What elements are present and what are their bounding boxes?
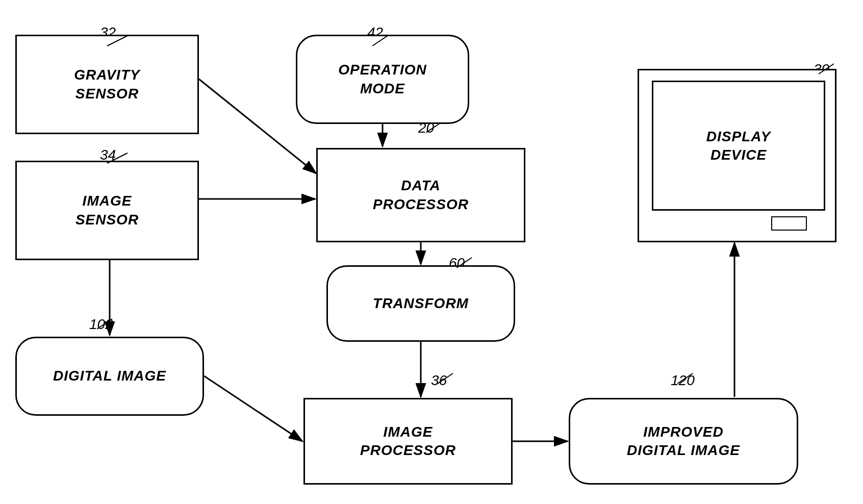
- transform-box: TRANSFORM: [326, 265, 515, 342]
- improved-digital-image-box: IMPROVEDDIGITAL IMAGE: [569, 398, 798, 485]
- display-device-label: DISPLAYDEVICE: [706, 128, 771, 162]
- gravity-sensor-box: GRAVITYSENSOR: [15, 35, 199, 134]
- display-device-outer: DISPLAYDEVICE: [638, 69, 836, 242]
- arrow-digimg-to-imgproc: [204, 376, 302, 441]
- display-device-screen: DISPLAYDEVICE: [652, 81, 825, 211]
- image-sensor-box: IMAGESENSOR: [15, 161, 199, 260]
- display-device-button: [771, 216, 807, 231]
- data-processor-box: DATAPROCESSOR: [316, 148, 525, 242]
- diagram-container: 32 34 42 20 60 102 36 120 30 GRAVITYSENS…: [0, 0, 863, 504]
- image-processor-label: IMAGEPROCESSOR: [360, 423, 456, 460]
- digital-image-label: DIGITAL IMAGE: [53, 367, 166, 385]
- data-processor-label: DATAPROCESSOR: [373, 177, 469, 214]
- ref-120: 120: [671, 372, 695, 389]
- improved-digital-image-label: IMPROVEDDIGITAL IMAGE: [627, 423, 740, 460]
- ref-102: 102: [89, 316, 113, 333]
- operation-mode-label: OPERATIONMODE: [338, 61, 426, 98]
- digital-image-box: DIGITAL IMAGE: [15, 337, 204, 416]
- gravity-sensor-label: GRAVITYSENSOR: [74, 66, 140, 103]
- ref-36: 36: [431, 372, 447, 389]
- transform-label: TRANSFORM: [373, 294, 469, 313]
- operation-mode-box: OPERATIONMODE: [296, 35, 469, 124]
- image-processor-box: IMAGEPROCESSOR: [303, 398, 513, 485]
- image-sensor-label: IMAGESENSOR: [75, 192, 139, 229]
